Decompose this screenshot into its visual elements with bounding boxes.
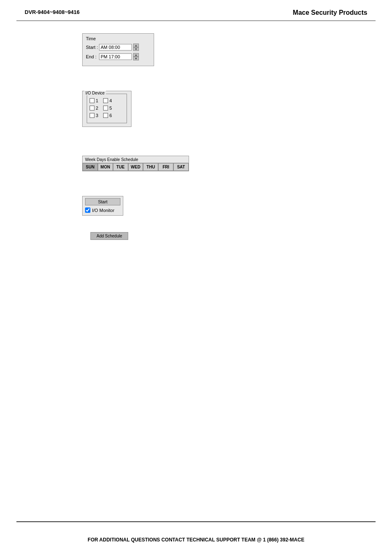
time-box-title: Time xyxy=(86,36,150,41)
add-schedule-button[interactable]: Add Schedule xyxy=(90,232,128,240)
io-device-inner: 1 4 2 5 3 xyxy=(87,94,127,123)
io-item-4: 4 xyxy=(103,98,112,103)
end-time-up[interactable]: ▲ xyxy=(133,53,139,57)
io-device-box: I/O Device 1 4 2 5 xyxy=(82,91,131,127)
io-checkbox-3[interactable] xyxy=(90,113,95,118)
day-mon[interactable]: MON xyxy=(98,163,113,171)
io-item-1: 1 xyxy=(90,98,98,103)
io-item-6: 6 xyxy=(103,113,112,118)
main-content: Time Start : ▲ ▼ End : ▲ ▼ I/O Device xyxy=(0,21,392,522)
page-footer: FOR ADDITIONAL QUESTIONS CONTACT TECHNIC… xyxy=(0,537,392,543)
day-sat[interactable]: SAT xyxy=(173,163,189,171)
io-monitor-checkbox[interactable] xyxy=(85,207,90,213)
week-days-box: Week Days Enable Schedule SUN MON TUE WE… xyxy=(82,156,189,171)
header-right-title: Mace Security Products xyxy=(293,9,367,16)
io-label-5: 5 xyxy=(109,106,112,111)
start-section: Start I/O Monitor xyxy=(82,196,123,216)
day-fri[interactable]: FRI xyxy=(158,163,173,171)
io-checkbox-6[interactable] xyxy=(103,113,108,118)
end-label: End : xyxy=(86,54,99,59)
day-thu[interactable]: THU xyxy=(143,163,158,171)
end-time-spinner[interactable]: ▲ ▼ xyxy=(133,53,139,60)
io-row-3: 3 6 xyxy=(90,113,124,118)
io-monitor-row: I/O Monitor xyxy=(85,207,120,213)
io-checkbox-2[interactable] xyxy=(90,106,95,111)
day-sun[interactable]: SUN xyxy=(83,163,98,171)
week-days-row: SUN MON TUE WED THU FRI SAT xyxy=(83,163,189,171)
start-label: Start : xyxy=(86,45,99,50)
end-time-row: End : ▲ ▼ xyxy=(86,53,150,60)
io-checkbox-4[interactable] xyxy=(103,98,108,103)
io-device-title: I/O Device xyxy=(84,91,106,95)
end-time-input[interactable] xyxy=(99,53,132,60)
footer-text: FOR ADDITIONAL QUESTIONS CONTACT TECHNIC… xyxy=(88,537,304,543)
start-time-spinner[interactable]: ▲ ▼ xyxy=(133,44,139,51)
start-button[interactable]: Start xyxy=(85,198,120,205)
io-checkbox-5[interactable] xyxy=(103,106,108,111)
time-box: Time Start : ▲ ▼ End : ▲ ▼ xyxy=(82,33,154,66)
io-label-1: 1 xyxy=(96,98,98,103)
io-item-2: 2 xyxy=(90,106,98,111)
io-item-3: 3 xyxy=(90,113,98,118)
start-time-input[interactable] xyxy=(99,44,132,51)
page-header: DVR-9404~9408~9416 Mace Security Product… xyxy=(0,0,392,21)
io-row-1: 1 4 xyxy=(90,98,124,103)
start-time-up[interactable]: ▲ xyxy=(133,44,139,47)
footer-divider xyxy=(16,521,376,522)
day-tue[interactable]: TUE xyxy=(113,163,128,171)
start-time-row: Start : ▲ ▼ xyxy=(86,44,150,51)
io-checkbox-1[interactable] xyxy=(90,98,95,103)
io-monitor-label: I/O Monitor xyxy=(92,208,114,213)
io-label-3: 3 xyxy=(96,113,98,118)
start-time-down[interactable]: ▼ xyxy=(133,47,139,51)
add-schedule-container: Add Schedule xyxy=(82,232,367,240)
io-label-2: 2 xyxy=(96,106,98,111)
header-left-title: DVR-9404~9408~9416 xyxy=(25,9,80,15)
io-item-5: 5 xyxy=(103,106,112,111)
io-label-4: 4 xyxy=(109,98,112,103)
io-label-6: 6 xyxy=(109,113,112,118)
week-days-title: Week Days Enable Schedule xyxy=(83,156,189,163)
end-time-down[interactable]: ▼ xyxy=(133,57,139,60)
day-wed[interactable]: WED xyxy=(128,163,143,171)
io-row-2: 2 5 xyxy=(90,106,124,111)
